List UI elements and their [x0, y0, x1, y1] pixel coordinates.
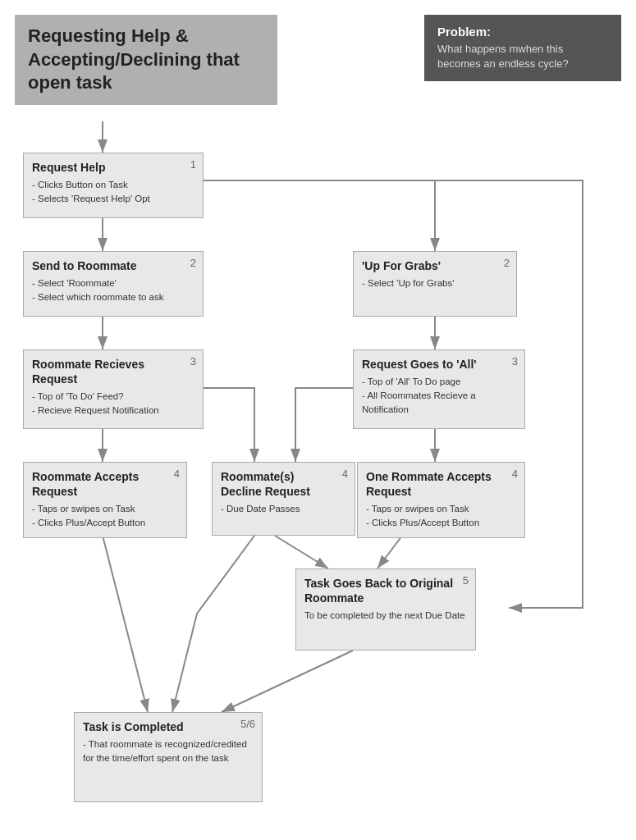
request-goes-all-detail: - Top of 'All' To Do page - All Roommate… — [362, 375, 516, 418]
one-roommate-accepts-title: One Rommate Accepts Request — [366, 469, 516, 499]
svg-line-8 — [377, 536, 402, 568]
roommates-decline-title: Roommate(s) Decline Request — [221, 469, 346, 499]
one-roommate-accepts-detail: - Taps or swipes on Task - Clicks Plus/A… — [366, 502, 516, 531]
up-for-grabs-title: 'Up For Grabs' — [362, 258, 508, 273]
send-roommate-title: Send to Roommate — [32, 258, 194, 273]
roommate-receives-detail: - Top of 'To Do' Feed? - Recieve Request… — [32, 390, 194, 418]
svg-line-9 — [222, 651, 353, 712]
task-goes-back-title: Task Goes Back to Original Roommate — [304, 576, 467, 605]
up-for-grabs-detail: - Select 'Up for Grabs' — [362, 276, 508, 290]
box-request-help: 1 Request Help - Clicks Button on Task -… — [23, 153, 204, 218]
svg-line-7 — [275, 536, 328, 568]
step-num-1: 1 — [190, 158, 196, 171]
step-num-3-right: 3 — [512, 355, 518, 368]
step-num-3-left: 3 — [190, 355, 196, 368]
box-roommate-accepts: 4 Roommate Accepts Request - Taps or swi… — [23, 462, 187, 538]
box-one-roommate-accepts: 4 One Rommate Accepts Request - Taps or … — [357, 462, 525, 538]
send-roommate-detail: - Select 'Roommate' - Select which roomm… — [32, 276, 194, 305]
problem-desc: What happens mwhen this becomes an endle… — [437, 42, 608, 71]
step-num-4-center: 4 — [342, 468, 348, 480]
roommate-accepts-detail: - Taps or swipes on Task - Clicks Plus/A… — [32, 502, 178, 531]
task-goes-back-detail: To be completed by the next Due Date — [304, 609, 467, 623]
request-goes-all-title: Request Goes to 'All' — [362, 357, 516, 372]
step-num-56: 5/6 — [240, 718, 255, 730]
box-roommate-receives: 3 Roommate Recieves Request - Top of 'To… — [23, 349, 204, 429]
step-num-2-left: 2 — [190, 257, 196, 269]
box-send-roommate: 2 Send to Roommate - Select 'Roommate' -… — [23, 251, 204, 317]
box-roommates-decline: 4 Roommate(s) Decline Request - Due Date… — [212, 462, 355, 536]
roommates-decline-detail: - Due Date Passes — [221, 502, 346, 516]
problem-box: Problem: What happens mwhen this becomes… — [424, 15, 621, 81]
step-num-4-right: 4 — [512, 468, 518, 480]
box-task-goes-back: 5 Task Goes Back to Original Roommate To… — [295, 568, 476, 651]
flow-area: 1 Request Help - Clicks Button on Task -… — [0, 121, 636, 827]
box-up-for-grabs: 2 'Up For Grabs' - Select 'Up for Grabs' — [353, 251, 517, 317]
svg-line-10 — [103, 536, 148, 712]
problem-label: Problem: — [437, 25, 608, 39]
request-help-title: Request Help — [32, 160, 194, 175]
header-area: Requesting Help & Accepting/Declining th… — [0, 0, 636, 113]
roommate-receives-title: Roommate Recieves Request — [32, 357, 194, 386]
box-request-goes-all: 3 Request Goes to 'All' - Top of 'All' T… — [353, 349, 525, 429]
roommate-accepts-title: Roommate Accepts Request — [32, 469, 178, 499]
step-num-2-right: 2 — [504, 257, 510, 269]
task-completed-detail: - That roommate is recognized/credited f… — [83, 737, 254, 766]
step-num-5: 5 — [463, 574, 469, 587]
step-num-4-left: 4 — [174, 468, 180, 480]
request-help-detail: - Clicks Button on Task - Selects 'Reque… — [32, 178, 194, 207]
page-title: Requesting Help & Accepting/Declining th… — [28, 25, 264, 95]
box-task-completed: 5/6 Task is Completed - That roommate is… — [74, 712, 263, 802]
task-completed-title: Task is Completed — [83, 719, 254, 734]
title-box: Requesting Help & Accepting/Declining th… — [15, 15, 277, 105]
page-container: Requesting Help & Accepting/Declining th… — [0, 0, 636, 840]
